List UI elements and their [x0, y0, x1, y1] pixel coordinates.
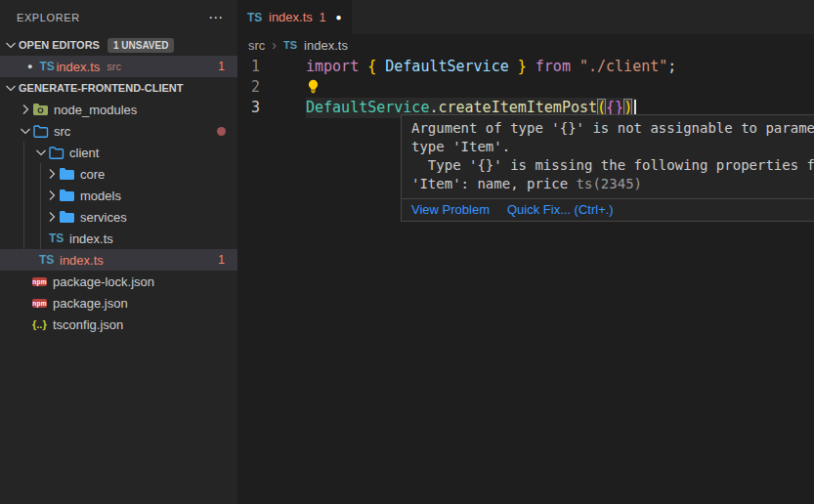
diagnostic-message-line: type 'Item'.	[411, 138, 814, 156]
code-token: from	[536, 58, 571, 75]
chevron-down-icon[interactable]	[18, 123, 33, 139]
code-line-2[interactable]: 2	[237, 77, 814, 98]
chevron-right-icon[interactable]	[44, 209, 60, 225]
tab-error-count: 1	[320, 11, 326, 24]
vscode-window: { "sidebar": { "title": "EXPLORER", "ope…	[0, 0, 814, 504]
code-text	[306, 77, 321, 98]
node-modules-folder-icon	[33, 104, 50, 115]
typescript-file-icon: TS	[283, 39, 297, 51]
open-editor-file-path: src	[107, 61, 121, 72]
code-token: DefaultService	[385, 58, 508, 75]
tree-item-label: client	[69, 146, 99, 160]
diagnostic-code: ts(2345)	[577, 176, 642, 191]
tree-item-node-modules[interactable]: node_modules	[0, 99, 237, 120]
quick-fix-link[interactable]: Quick Fix... (Ctrl+.)	[507, 202, 614, 217]
tree-item-label: index.ts	[69, 231, 113, 246]
diagnostic-message-line: Type '{}' is missing the following prope…	[411, 156, 814, 175]
npm-icon: npm	[32, 299, 49, 308]
folder-open-icon	[49, 147, 65, 159]
hover-actions-row: View ProblemQuick Fix... (Ctrl+.)	[402, 198, 814, 221]
chevron-right-icon[interactable]	[18, 102, 33, 117]
diagnostic-hover-tooltip: Argument of type '{}' is not assignable …	[401, 114, 814, 222]
explorer-sidebar: EXPLORER ⋯ OPEN EDITORS 1 UNSAVED ● TS i…	[0, 0, 237, 504]
braces-icon: {..}	[32, 318, 49, 330]
modified-dot-icon[interactable]: ●	[27, 63, 32, 71]
open-editors-label: OPEN EDITORS	[19, 39, 100, 51]
tree-item-label: services	[80, 210, 127, 225]
code-line-1[interactable]: 1import { DefaultService } from "./clien…	[237, 57, 814, 77]
project-section-header[interactable]: GENERATE-FRONTEND-CLIENT	[0, 77, 237, 99]
folder-icon	[60, 168, 76, 180]
error-count-badge: 1	[218, 253, 237, 267]
diagnostic-text: Type '{}' is missing the following prope…	[411, 157, 814, 173]
chevron-down-icon[interactable]	[33, 145, 49, 160]
tree-item-package-json[interactable]: npmpackage.json	[0, 292, 237, 314]
unsaved-badge: 1 UNSAVED	[107, 38, 175, 53]
breadcrumb-file[interactable]: index.ts	[304, 38, 348, 53]
tree-item-models[interactable]: models	[0, 185, 237, 206]
breadcrumb: src › TS index.ts	[237, 34, 814, 56]
folder-icon	[60, 211, 76, 223]
open-editor-item-index-ts[interactable]: ● TS index.ts src 1	[0, 56, 237, 77]
tree-item-label: core	[80, 167, 105, 182]
typescript-file-icon: TS	[39, 60, 56, 73]
view-problem-link[interactable]: View Problem	[411, 202, 490, 217]
diagnostic-text: Argument of type '{}' is not assignable …	[411, 120, 814, 136]
code-token	[376, 58, 385, 75]
tree-item-services[interactable]: services	[0, 206, 237, 228]
code-token: ;	[667, 58, 676, 75]
tree-item-label: src	[54, 124, 70, 139]
open-editors-header[interactable]: OPEN EDITORS 1 UNSAVED	[0, 34, 237, 56]
tree-item-label: models	[80, 189, 121, 203]
chevron-right-icon[interactable]	[44, 166, 60, 182]
file-tree: node_modulessrcclientcoremodelsservicesT…	[0, 99, 237, 335]
modified-dot-badge	[217, 127, 226, 136]
code-token	[527, 58, 536, 75]
npm-icon: npm	[32, 277, 49, 286]
tab-modified-dot-icon[interactable]: ●	[336, 13, 342, 22]
tab-index-ts[interactable]: TS index.ts 1 ●	[237, 0, 352, 34]
code-area[interactable]: 1import { DefaultService } from "./clien…	[237, 57, 814, 118]
line-number: 1	[237, 57, 260, 77]
tree-item-label: tsconfig.json	[53, 317, 123, 332]
tab-file-name: index.ts	[269, 10, 313, 24]
diagnostic-message-line: Argument of type '{}' is not assignable …	[411, 119, 814, 138]
tree-item-package-lock-json[interactable]: npmpackage-lock.json	[0, 271, 237, 292]
error-count-badge: 1	[218, 60, 237, 73]
chevron-down-icon[interactable]	[3, 37, 19, 53]
line-number: 2	[237, 77, 260, 98]
code-token: {	[367, 58, 376, 75]
ts-icon: TS	[39, 253, 56, 267]
editor-group: TS index.ts 1 ● src › TS index.ts 1impor…	[237, 0, 814, 504]
tree-item-client[interactable]: client	[0, 142, 237, 163]
project-name-label: GENERATE-FRONTEND-CLIENT	[19, 82, 183, 94]
tree-item-label: node_modules	[54, 103, 137, 117]
tree-item-label: package-lock.json	[53, 274, 154, 289]
open-editor-file-name: index.ts	[56, 60, 100, 74]
ts-icon: TS	[49, 231, 65, 245]
typescript-file-icon: TS	[247, 11, 264, 24]
tree-item-tsconfig-json[interactable]: {..}tsconfig.json	[0, 314, 237, 335]
more-actions-icon[interactable]: ⋯	[208, 13, 224, 22]
tree-item-index-ts[interactable]: TSindex.ts1	[0, 249, 237, 271]
tree-item-label: index.ts	[60, 253, 104, 268]
diagnostic-message: Argument of type '{}' is not assignable …	[402, 115, 814, 198]
tree-item-label: package.json	[53, 296, 128, 311]
tree-item-core[interactable]: core	[0, 163, 237, 185]
chevron-down-icon[interactable]	[3, 80, 19, 96]
tree-item-src[interactable]: src	[0, 120, 237, 142]
breadcrumb-separator-icon: ›	[272, 37, 277, 53]
chevron-right-icon[interactable]	[44, 188, 60, 203]
code-token: }	[518, 58, 527, 75]
explorer-title: EXPLORER	[17, 12, 80, 23]
diagnostic-text: type 'Item'.	[411, 139, 510, 154]
sidebar-title-row: EXPLORER ⋯	[0, 0, 237, 34]
lightbulb-icon[interactable]	[306, 79, 321, 94]
code-token	[359, 58, 367, 75]
breadcrumb-folder[interactable]: src	[248, 38, 265, 53]
folder-open-icon	[33, 125, 50, 138]
code-token	[509, 58, 518, 75]
code-text: import { DefaultService } from "./client…	[306, 57, 676, 77]
tree-item-index-ts[interactable]: TSindex.ts	[0, 228, 237, 249]
code-token: "./client"	[579, 58, 667, 75]
